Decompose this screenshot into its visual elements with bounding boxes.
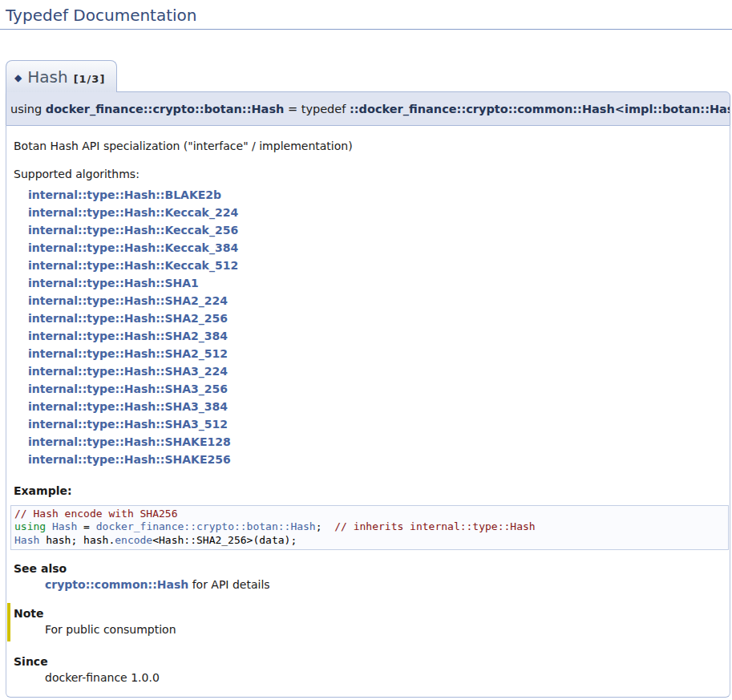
typedef-target: ::docker_finance::crypto::common::Hash<i… xyxy=(350,103,730,115)
since-section: Since docker-finance 1.0.0 xyxy=(14,654,722,685)
code-token: hash; hash. xyxy=(39,534,115,546)
note-section: Note For public consumption xyxy=(7,603,722,641)
algorithm-link[interactable]: internal::type::Hash::Keccak_512 xyxy=(28,257,722,274)
code-token: // inherits internal::type::Hash xyxy=(334,520,535,532)
page-title: Typedef Documentation xyxy=(0,0,732,30)
see-also-entry: crypto::common::Hash for API details xyxy=(45,577,722,592)
algorithm-link[interactable]: internal::type::Hash::SHA2_224 xyxy=(28,292,722,310)
since-label: Since xyxy=(14,654,722,669)
see-also-section: See also crypto::common::Hash for API de… xyxy=(14,561,722,592)
see-also-label: See also xyxy=(14,561,722,576)
algorithm-link[interactable]: internal::type::Hash::SHA3_512 xyxy=(28,415,722,433)
code-token: = xyxy=(77,520,95,532)
algorithm-link[interactable]: internal::type::Hash::Keccak_384 xyxy=(28,239,722,257)
code-line: // Hash encode with SHA256 xyxy=(14,508,725,520)
note-text: For public consumption xyxy=(45,622,722,637)
example-section: Example: xyxy=(14,484,722,498)
code-link[interactable]: Hash xyxy=(52,520,77,532)
algorithm-link[interactable]: internal::type::Hash::SHA2_512 xyxy=(28,345,722,362)
see-also-text: for API details xyxy=(188,578,269,591)
algorithm-link[interactable]: internal::type::Hash::SHA1 xyxy=(28,274,722,292)
member-documentation: Botan Hash API specialization ("interfac… xyxy=(6,126,730,698)
algorithm-link[interactable]: internal::type::Hash::SHA3_384 xyxy=(28,398,722,415)
code-link[interactable]: encode xyxy=(115,534,152,546)
code-token: <Hash::SHA2_256>(data); xyxy=(152,534,297,546)
code-token: using xyxy=(14,520,52,532)
algorithm-link[interactable]: internal::type::Hash::SHA2_384 xyxy=(28,327,722,345)
example-code-block: // Hash encode with SHA256using Hash = d… xyxy=(10,505,729,550)
algorithm-link[interactable]: internal::type::Hash::SHA3_256 xyxy=(28,380,722,398)
example-label: Example: xyxy=(14,484,722,498)
typedef-name: docker_finance::crypto::botan::Hash xyxy=(46,103,285,115)
declaration-prefix: using xyxy=(10,103,46,115)
member-tab: ◆Hash[1/3] xyxy=(6,60,117,92)
see-also-link[interactable]: crypto::common::Hash xyxy=(45,578,188,591)
algorithm-link[interactable]: internal::type::Hash::SHA2_256 xyxy=(28,310,722,327)
algorithm-link[interactable]: internal::type::Hash::SHAKE256 xyxy=(28,451,722,468)
note-label: Note xyxy=(14,606,722,621)
member-name: Hash xyxy=(27,67,67,87)
member-item: using docker_finance::crypto::botan::Has… xyxy=(6,91,730,698)
member-description: Botan Hash API specialization ("interfac… xyxy=(14,139,722,153)
since-text: docker-finance 1.0.0 xyxy=(45,670,722,685)
algorithm-link[interactable]: internal::type::Hash::SHAKE128 xyxy=(28,433,722,451)
algorithm-link[interactable]: internal::type::Hash::BLAKE2b xyxy=(28,186,722,204)
permalink-diamond-icon[interactable]: ◆ xyxy=(14,72,22,83)
member-declaration: using docker_finance::crypto::botan::Has… xyxy=(6,91,730,126)
member-overload-index: [1/3] xyxy=(74,73,106,85)
code-token: ; xyxy=(316,520,334,532)
algorithms-label: Supported algorithms: xyxy=(14,167,722,181)
code-line: Hash hash; hash.encode<Hash::SHA2_256>(d… xyxy=(14,534,725,547)
page: Typedef Documentation ◆Hash[1/3] using d… xyxy=(0,0,732,700)
code-token: // Hash encode with SHA256 xyxy=(14,508,178,520)
algorithm-link[interactable]: internal::type::Hash::Keccak_256 xyxy=(28,221,722,239)
algorithm-link[interactable]: internal::type::Hash::SHA3_224 xyxy=(28,362,722,380)
declaration-equals: = typedef xyxy=(284,103,350,115)
code-link[interactable]: Hash xyxy=(14,534,39,546)
code-link[interactable]: docker_finance::crypto::botan::Hash xyxy=(96,520,316,532)
code-line: using Hash = docker_finance::crypto::bot… xyxy=(14,520,725,533)
algorithm-list: internal::type::Hash::BLAKE2binternal::t… xyxy=(14,186,722,468)
algorithm-link[interactable]: internal::type::Hash::Keccak_224 xyxy=(28,204,722,221)
